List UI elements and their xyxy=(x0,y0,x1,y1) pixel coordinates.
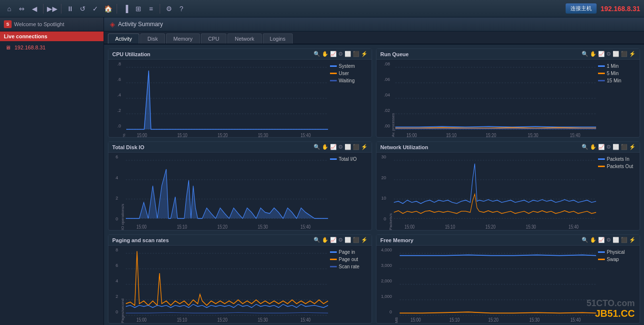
line3-icon[interactable]: 📈 xyxy=(330,144,337,150)
refresh-icon[interactable]: ↺ xyxy=(77,3,88,14)
paging-title: Paging and scan rates xyxy=(112,237,169,243)
expand3-icon[interactable]: ⬜ xyxy=(344,144,351,150)
cpu-util-area: 15:00 15:10 15:20 15:30 15:40 xyxy=(126,60,328,137)
more2-icon[interactable]: ⚡ xyxy=(629,51,636,57)
house-icon[interactable]: 🏠 xyxy=(103,3,113,14)
zoom4-icon[interactable]: 🔍 xyxy=(582,144,588,150)
tab-disk[interactable]: Disk xyxy=(140,33,165,44)
list-icon[interactable]: ≡ xyxy=(146,3,156,14)
disk-io-svg: 15:00 15:10 15:20 15:30 15:40 xyxy=(126,153,328,230)
tab-network[interactable]: Network xyxy=(227,33,261,44)
clone5-icon[interactable]: ⬛ xyxy=(353,237,359,243)
legend-swap-color xyxy=(598,259,605,260)
zoom2-icon[interactable]: 🔍 xyxy=(582,51,588,57)
legend-scan-rate-label: Scan rate xyxy=(339,264,359,269)
more6-icon[interactable]: ⚡ xyxy=(629,237,636,243)
legend-total-io-color xyxy=(330,158,337,160)
zoom5-icon[interactable]: 🔍 xyxy=(314,237,320,243)
clone-icon[interactable]: ⬛ xyxy=(353,51,359,57)
line5-icon[interactable]: 📈 xyxy=(330,237,337,243)
filter-icon[interactable]: ⚙ xyxy=(338,51,343,57)
hand3-icon[interactable]: ✋ xyxy=(322,144,329,150)
cpu-util-svg: 15:00 15:10 15:20 15:30 15:40 xyxy=(126,60,328,137)
more3-icon[interactable]: ⚡ xyxy=(361,144,368,150)
free-memory-panel: Free Memory 🔍 ✋ 📈 ⚙ ⬜ ⬛ ⚡ 4,000 3,000 xyxy=(376,234,640,324)
hand-icon[interactable]: ✋ xyxy=(322,51,329,57)
svg-text:15:40: 15:40 xyxy=(570,132,581,137)
expand2-icon[interactable]: ⬜ xyxy=(613,51,619,57)
pause-icon[interactable]: ⏸ xyxy=(65,3,75,14)
zoom3-icon[interactable]: 🔍 xyxy=(314,144,320,150)
tab-logins[interactable]: Logins xyxy=(263,33,293,44)
filter3-icon[interactable]: ⚙ xyxy=(338,144,343,150)
network-util-title: Network Utilization xyxy=(380,144,428,150)
pg-y1: 0 xyxy=(116,310,118,314)
nav-icon[interactable]: ⇔ xyxy=(16,3,27,14)
paging-svg: 15:00 15:10 15:20 15:30 15:40 xyxy=(126,246,328,323)
zoom-icon[interactable]: 🔍 xyxy=(314,51,320,57)
more4-icon[interactable]: ⚡ xyxy=(629,144,636,150)
filter6-icon[interactable]: ⚙ xyxy=(606,237,611,243)
line4-icon[interactable]: 📈 xyxy=(598,144,605,150)
rq-y3: .04 xyxy=(384,93,390,97)
free-memory-title: Free Memory xyxy=(380,237,413,243)
legend-scan-rate: Scan rate xyxy=(330,264,370,269)
filter2-icon[interactable]: ⚙ xyxy=(606,51,611,57)
legend-packets-out-color xyxy=(598,166,605,167)
fm-y3: 2,000 xyxy=(381,279,392,283)
svg-text:15:40: 15:40 xyxy=(300,317,311,323)
legend-1min-label: 1 Min xyxy=(607,63,618,69)
svg-text:15:10: 15:10 xyxy=(177,317,187,323)
svg-text:15:40: 15:40 xyxy=(300,224,311,230)
more5-icon[interactable]: ⚡ xyxy=(361,237,368,243)
svg-text:15:30: 15:30 xyxy=(528,132,539,137)
forward-icon[interactable]: ▶▶ xyxy=(47,3,58,14)
settings-icon[interactable]: ⚙ xyxy=(164,3,174,14)
expand4-icon[interactable]: ⬜ xyxy=(613,144,619,150)
network-util-body: 30 20 10 0 Packets/s xyxy=(376,153,640,230)
line6-icon[interactable]: 📈 xyxy=(598,237,605,243)
check-icon[interactable]: ✓ xyxy=(90,3,101,14)
dio-y3: 4 xyxy=(116,175,118,180)
connect-button[interactable]: 连接主机 xyxy=(566,3,597,14)
free-memory-yaxis: 4,000 3,000 2,000 1,000 0 xyxy=(376,246,393,323)
hand5-icon[interactable]: ✋ xyxy=(322,237,329,243)
fm-y1: 0 xyxy=(389,310,392,314)
expand-icon[interactable]: ⬜ xyxy=(344,51,351,57)
tab-memory[interactable]: Memory xyxy=(166,33,200,44)
sep4 xyxy=(160,4,160,14)
tab-activity[interactable]: Activity xyxy=(108,33,139,44)
hand2-icon[interactable]: ✋ xyxy=(590,51,597,57)
paging-area: 15:00 15:10 15:20 15:30 15:40 xyxy=(126,246,328,323)
paging-legend: Page in Page out Scan rate xyxy=(328,246,372,323)
legend-5min-label: 5 Min xyxy=(607,71,618,76)
paging-controls: 🔍 ✋ 📈 ⚙ ⬜ ⬛ ⚡ xyxy=(314,237,368,243)
zoom6-icon[interactable]: 🔍 xyxy=(582,237,588,243)
legend-waiting: Waiting xyxy=(330,78,370,83)
filter4-icon[interactable]: ⚙ xyxy=(606,144,611,150)
clone4-icon[interactable]: ⬛ xyxy=(621,144,628,150)
hand6-icon[interactable]: ✋ xyxy=(590,237,597,243)
line2-icon[interactable]: 📈 xyxy=(598,51,605,57)
bar-chart-icon[interactable]: ▐ xyxy=(120,3,131,14)
svg-text:15:20: 15:20 xyxy=(488,317,498,323)
help-icon[interactable]: ? xyxy=(176,3,187,14)
expand6-icon[interactable]: ⬜ xyxy=(613,237,619,243)
svg-text:15:30: 15:30 xyxy=(258,224,268,230)
line-icon[interactable]: 📈 xyxy=(330,51,337,57)
sidebar-server-item[interactable]: 🖥 192.168.8.31 xyxy=(0,41,104,54)
tab-cpu[interactable]: CPU xyxy=(201,33,226,44)
back-icon[interactable]: ◀ xyxy=(29,3,40,14)
expand5-icon[interactable]: ⬜ xyxy=(344,237,351,243)
disk-io-body: 6 4 2 0 IO operations/s xyxy=(108,153,372,230)
network-util-panel: Network Utilization 🔍 ✋ 📈 ⚙ ⬜ ⬛ ⚡ 30 20 xyxy=(376,141,640,231)
grid-icon[interactable]: ⊞ xyxy=(133,3,144,14)
home-icon[interactable]: ⌂ xyxy=(4,3,15,14)
clone2-icon[interactable]: ⬛ xyxy=(621,51,628,57)
filter5-icon[interactable]: ⚙ xyxy=(338,237,343,243)
hand4-icon[interactable]: ✋ xyxy=(590,144,597,150)
more-icon[interactable]: ⚡ xyxy=(361,51,368,57)
clone3-icon[interactable]: ⬛ xyxy=(353,144,359,150)
clone6-icon[interactable]: ⬛ xyxy=(621,237,628,243)
svg-text:15:40: 15:40 xyxy=(569,224,579,230)
